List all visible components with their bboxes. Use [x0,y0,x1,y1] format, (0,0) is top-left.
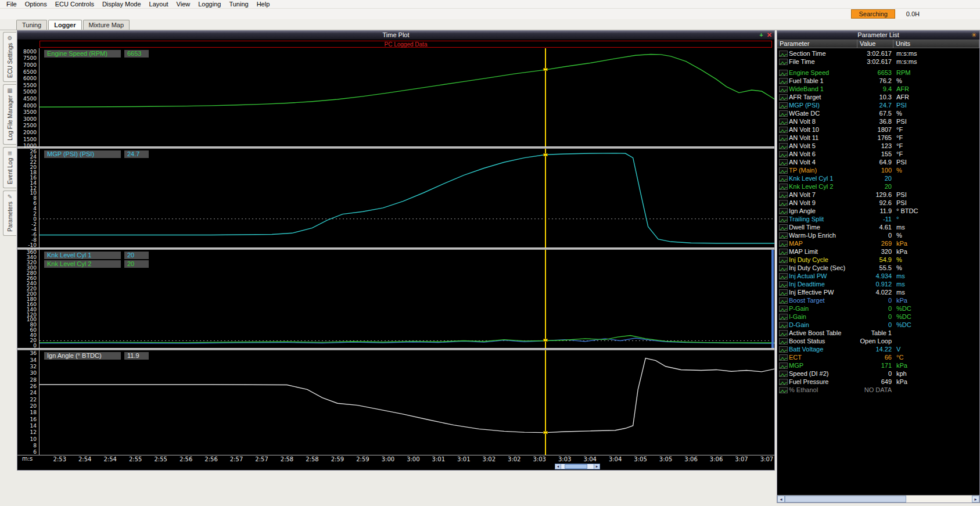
time-cursor[interactable] [545,350,546,455]
searching-button[interactable]: Searching [851,9,895,19]
parameter-row-mgp[interactable]: MGP171kPa [777,361,979,369]
time-plot-titlebar[interactable]: Time Plot + ✕ [17,31,774,40]
menu-item-tuning[interactable]: Tuning [225,1,252,8]
parameter-row-speed-di-2[interactable]: Speed (DI #2)0kph [777,369,979,378]
parameter-row-d-gain[interactable]: D-Gain0%DC [777,321,979,329]
parameter-row-file-time[interactable]: File Time3:02.617m:s:ms [777,58,979,66]
parameter-row-fuel-table-1[interactable]: Fuel Table 176.2% [777,77,979,85]
parameter-row-section-time[interactable]: Section Time3:02.617m:s:ms [777,49,979,58]
menu-item-display-mode[interactable]: Display Mode [98,1,145,8]
parameter-row-an-volt-8[interactable]: AN Volt 836.8PSI [777,117,979,125]
trace-engine-speed [40,54,774,107]
parameter-row-wideband-1[interactable]: WideBand 19.4AFR [777,85,979,93]
scroll-left-icon[interactable]: ◂ [555,464,561,469]
series-label-chip[interactable]: MGP (PSI) (PSI) [44,150,121,158]
parameter-row-an-volt-10[interactable]: AN Volt 101807°F [777,125,979,134]
tab-logger[interactable]: Logger [48,20,81,30]
parameter-row-p-gain[interactable]: P-Gain0%DC [777,304,979,313]
scroll-thumb[interactable] [785,496,906,503]
parameter-settings-icon[interactable]: ✳ [971,31,977,40]
parameter-row-ign-angle[interactable]: Ign Angle11.9° BTDC [777,207,979,215]
parameter-row-wgate-dc[interactable]: WGate DC67.5% [777,109,979,117]
trace-icon [779,265,788,271]
parameter-row-knk-level-cyl-2[interactable]: Knk Level Cyl 220 [777,182,979,191]
parameter-row-knk-level-cyl-1[interactable]: Knk Level Cyl 120 [777,174,979,182]
plot-h-scrollbar[interactable]: ◂ ▸ [555,464,600,469]
time-cursor[interactable] [545,48,546,146]
series-label-chip[interactable]: Engine Speed (RPM) [44,50,121,58]
parameter-row-inj-duty-cycle[interactable]: Inj Duty Cycle54.9% [777,256,979,264]
menu-item-file[interactable]: File [2,1,21,8]
parameter-row-batt-voltage[interactable]: Batt Voltage14.22V [777,345,979,353]
parameter-row-inj-duty-cycle-sec[interactable]: Inj Duty Cycle (Sec)55.5% [777,264,979,272]
side-tab-ecu-settings[interactable]: ⚙ECU Settings [3,32,16,82]
series-label-chip[interactable]: Knk Level Cyl 1 [44,252,121,259]
parameter-units: PSI [893,101,979,109]
parameter-name: Ign Angle [789,207,857,215]
parameter-row-mgp-psi[interactable]: MGP (PSI)24.7PSI [777,101,979,109]
parameter-row-an-volt-6[interactable]: AN Volt 6155°F [777,150,979,158]
side-tab-event-log[interactable]: ≣Event Log [3,147,16,188]
parameter-row-an-volt-4[interactable]: AN Volt 464.9PSI [777,158,979,166]
parameter-row-boost-status[interactable]: Boost StatusOpen Loop [777,337,979,345]
menu-item-logging[interactable]: Logging [194,1,225,8]
tab-tuning[interactable]: Tuning [16,20,47,30]
parameter-row-an-volt-9[interactable]: AN Volt 992.6PSI [777,199,979,207]
parameter-row-inj-effective-pw[interactable]: Inj Effective PW4.022ms [777,288,979,296]
parameter-row-warm-up-enrich[interactable]: Warm-Up Enrich0% [777,231,979,239]
menu-item-options[interactable]: Options [21,1,51,8]
scroll-right-icon[interactable]: ▸ [972,496,979,503]
parameter-row-an-volt-11[interactable]: AN Volt 111765°F [777,134,979,142]
column-header-units[interactable]: Units [893,40,979,48]
parameter-row-fuel-pressure[interactable]: Fuel Pressure649kPa [777,378,979,386]
parameter-row-inj-deadtime[interactable]: Inj Deadtime0.912ms [777,280,979,288]
column-header-value[interactable]: Value [857,40,893,48]
plot-area-engine-speed[interactable]: Engine Speed (RPM)6653 [40,48,774,146]
menu-item-help[interactable]: Help [253,1,274,8]
tab-mixture-map[interactable]: Mixture Map [83,20,130,30]
scroll-left-icon[interactable]: ◂ [777,496,785,503]
parameter-row-map[interactable]: MAP269kPa [777,239,979,247]
parameter-row-tp-main[interactable]: TP (Main)100% [777,166,979,174]
parameter-row-trailing-split[interactable]: Trailing Split-11° [777,215,979,223]
plot-area-knock[interactable]: Knk Level Cyl 120Knk Level Cyl 220 [40,250,774,348]
y-tick-label: 5000 [23,89,37,95]
plot-area-ign-angle[interactable]: Ign Angle (° BTDC)11.9 [40,350,774,455]
parameter-value: 3:02.617 [857,49,893,58]
plot-panel-mgp: 26242220181614121086420-2-4-6-8-10 MGP (… [17,149,774,247]
parameter-row-engine-speed[interactable]: Engine Speed6653RPM [777,69,979,77]
menu-item-ecu-controls[interactable]: ECU Controls [51,1,98,8]
parameter-row-boost-target[interactable]: Boost Target0kPa [777,296,979,304]
parameter-list-titlebar[interactable]: Parameter List ✳ [777,31,979,40]
parameter-row-ect[interactable]: ECT66°C [777,353,979,361]
plot-area-mgp[interactable]: MGP (PSI) (PSI)24.7 [40,149,774,247]
add-plot-icon[interactable]: + [759,31,763,38]
side-tab-parameters[interactable]: ✎Parameters [3,191,16,236]
time-cursor[interactable] [545,149,546,247]
menu-item-layout[interactable]: Layout [145,1,173,8]
series-label-chip[interactable]: Knk Level Cyl 2 [44,260,121,268]
time-cursor[interactable] [545,250,546,348]
column-header-parameter[interactable]: Parameter [777,40,857,48]
parameter-row-inj-actual-pw[interactable]: Inj Actual PW4.934ms [777,272,979,280]
parameter-row-active-boost-table[interactable]: Active Boost TableTable 1 [777,329,979,337]
parameter-row-dwell-time[interactable]: Dwell Time4.61ms [777,223,979,231]
parameter-name: Knk Level Cyl 1 [789,174,857,182]
parameter-h-scrollbar[interactable]: ◂ ▸ [777,495,979,503]
x-tick-label: 3:06 [710,456,723,462]
panel-v-scrollbar[interactable] [771,250,774,348]
series-label-chip[interactable]: Ign Angle (° BTDC) [44,352,121,360]
close-plot-icon[interactable]: ✕ [767,31,772,38]
parameter-row-an-volt-7[interactable]: AN Volt 7129.6PSI [777,191,979,199]
parameter-row-an-volt-5[interactable]: AN Volt 5123°F [777,142,979,150]
parameter-value: 24.7 [857,101,893,109]
scroll-thumb[interactable] [565,464,587,469]
menu-item-view[interactable]: View [173,1,195,8]
side-tab-log-file-manager[interactable]: ▦Log File Manager [3,84,16,145]
parameter-row-map-limit[interactable]: MAP Limit320kPa [777,247,979,256]
parameter-row-i-gain[interactable]: I-Gain0%DC [777,313,979,321]
scroll-right-icon[interactable]: ▸ [594,464,600,469]
parameter-row-ethanol[interactable]: % EthanolNO DATA [777,386,979,394]
x-tick-label: 3:01 [432,456,445,462]
parameter-row-afr-target[interactable]: AFR Target10.3AFR [777,93,979,101]
